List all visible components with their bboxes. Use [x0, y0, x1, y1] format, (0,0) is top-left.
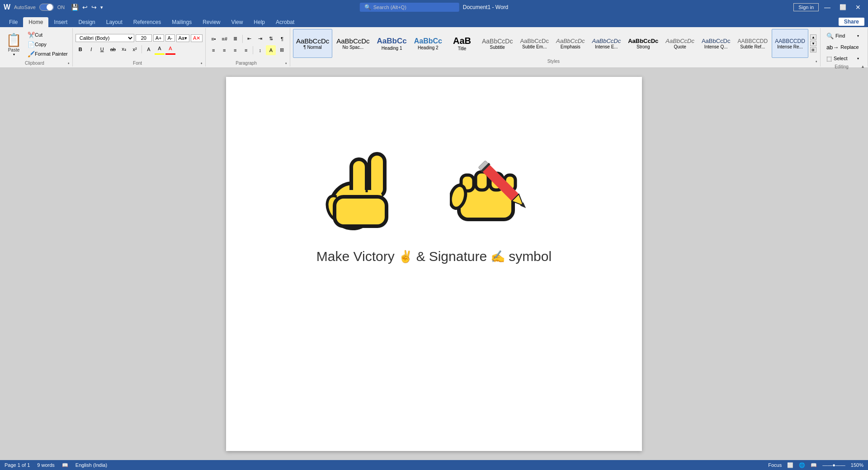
text-highlight-button[interactable]: A: [155, 43, 165, 53]
style-strong[interactable]: AaBbCcDc Strong: [625, 29, 661, 58]
close-icon[interactable]: ✕: [852, 4, 864, 11]
style-no-spacing[interactable]: AaBbCcDc No Spac...: [333, 29, 373, 58]
style-emphasis[interactable]: AaBbCcDc Emphasis: [553, 29, 588, 58]
web-layout-icon[interactable]: 🌐: [799, 462, 805, 468]
border-button[interactable]: ⊞: [277, 45, 287, 55]
style-intense-re[interactable]: AABBCCDD Intense Re...: [772, 29, 808, 58]
styles-scroll-up[interactable]: ▲: [810, 34, 816, 40]
font-size-input[interactable]: [136, 34, 152, 42]
format-painter-button[interactable]: 🖌️ Format Painter: [26, 49, 70, 58]
clipboard-label: Clipboard: [3, 60, 66, 66]
restore-icon[interactable]: ⬜: [836, 4, 850, 10]
paste-button[interactable]: 📋 Paste ▾: [3, 32, 25, 57]
copy-button[interactable]: 📄 Copy: [26, 40, 70, 49]
decrease-font-button[interactable]: A-: [165, 34, 175, 42]
tab-acrobat[interactable]: Acrobat: [270, 17, 300, 27]
search-input[interactable]: [373, 5, 455, 10]
style-intense-q[interactable]: AaBbCcDc Intense Q...: [698, 29, 734, 58]
customize-icon[interactable]: ▾: [100, 5, 103, 10]
decrease-indent-button[interactable]: ⇤: [245, 34, 255, 44]
save-icon[interactable]: 💾: [71, 4, 79, 11]
language[interactable]: English (India): [75, 462, 107, 468]
autosave-toggle[interactable]: [39, 4, 54, 11]
caption-victory-emoji-inline: ✌️: [398, 250, 413, 264]
tab-review[interactable]: Review: [197, 17, 226, 27]
align-left-button[interactable]: ≡: [208, 45, 218, 55]
clipboard-expand-icon[interactable]: ⬧: [67, 61, 70, 65]
style-subtitle[interactable]: AaBbCcDc Subtitle: [479, 29, 516, 58]
select-button[interactable]: ⬚ Select ▾: [823, 53, 862, 63]
superscript-button[interactable]: x²: [130, 44, 140, 54]
increase-indent-button[interactable]: ⇥: [255, 34, 265, 44]
style-heading1[interactable]: AaBbCc Heading 1: [374, 29, 410, 58]
style-title[interactable]: AaB Title: [446, 29, 478, 58]
styles-expand[interactable]: ⊞: [810, 47, 816, 52]
replace-icon: ab→: [826, 44, 839, 51]
change-case-button[interactable]: Aa▾: [176, 34, 189, 42]
tab-design[interactable]: Design: [73, 17, 100, 27]
subscript-button[interactable]: x₂: [119, 44, 129, 54]
clear-formatting-button[interactable]: A✕: [191, 34, 203, 42]
font-color-button[interactable]: A: [165, 43, 175, 53]
sort-button[interactable]: ⇅: [266, 34, 276, 44]
document-area: Make Victory ✌️ & Signature ✍️ symbol: [0, 68, 868, 460]
tab-file[interactable]: File: [4, 17, 23, 27]
show-marks-button[interactable]: ¶: [277, 34, 287, 44]
read-mode-icon[interactable]: 📖: [811, 462, 817, 468]
styles-scroll-down[interactable]: ▼: [810, 41, 816, 46]
zoom-slider[interactable]: ——●——: [822, 462, 845, 468]
align-right-button[interactable]: ≡: [230, 45, 240, 55]
increase-font-button[interactable]: A+: [153, 34, 164, 42]
style-normal[interactable]: AaBbCcDc ¶ Normal: [293, 29, 332, 58]
style-heading2[interactable]: AaBbCc Heading 2: [411, 29, 445, 58]
justify-button[interactable]: ≡: [241, 45, 251, 55]
tab-mailings[interactable]: Mailings: [166, 17, 197, 27]
ribbon-tabs: File Home Insert Design Layout Reference…: [0, 14, 868, 27]
tab-references[interactable]: References: [128, 17, 166, 27]
strikethrough-button[interactable]: ab: [108, 44, 118, 54]
numbering-button[interactable]: ≡#: [219, 34, 230, 44]
style-intense-e[interactable]: AaBbCcDc Intense E...: [589, 29, 624, 58]
signin-button[interactable]: Sign in: [793, 3, 819, 11]
tab-layout[interactable]: Layout: [101, 17, 128, 27]
font-expand-icon[interactable]: ⬧: [200, 61, 203, 65]
find-button[interactable]: 🔍 Find ▾: [823, 31, 862, 41]
cut-button[interactable]: ✂️ Cut: [26, 30, 70, 39]
tab-insert[interactable]: Insert: [48, 17, 73, 27]
paragraph-expand-icon[interactable]: ⬧: [285, 61, 287, 65]
font-name-select[interactable]: Calibri (Body): [75, 34, 134, 42]
multilevel-list-button[interactable]: ≣: [231, 34, 241, 44]
underline-button[interactable]: U: [97, 44, 107, 54]
replace-button[interactable]: ab→ Replace: [823, 42, 862, 52]
proofing-icon[interactable]: 📖: [62, 462, 68, 468]
style-subtle-em[interactable]: AaBbCcDc Subtle Em...: [517, 29, 552, 58]
focus-button[interactable]: Focus: [768, 462, 782, 468]
styles-expand-icon[interactable]: ⬧: [815, 59, 817, 63]
status-right: Focus ⬜ 🌐 📖 ——●—— 150%: [768, 462, 863, 468]
styles-scroll[interactable]: ▲ ▼ ⊞: [809, 33, 817, 53]
line-spacing-button[interactable]: ↕: [255, 45, 265, 55]
copy-label: Copy: [35, 42, 47, 47]
style-subtle-ref[interactable]: AABBCCDD Subtle Ref...: [735, 29, 771, 58]
style-quote[interactable]: AaBbCcDc Quote: [662, 29, 698, 58]
shading-button[interactable]: A: [266, 45, 276, 55]
highlight-color-bar: [155, 53, 165, 55]
align-center-button[interactable]: ≡: [219, 45, 229, 55]
styles-label: Styles: [293, 58, 814, 64]
document-page[interactable]: Make Victory ✌️ & Signature ✍️ symbol: [226, 77, 642, 451]
redo-icon[interactable]: ↪: [91, 4, 97, 11]
tab-help[interactable]: Help: [248, 17, 270, 27]
paragraph-group: ≡• ≡# ≣ ⇤ ⇥ ⇅ ¶ ≡ ≡ ≡ ≡ ↕ A ⊞ Paragraph: [206, 28, 290, 66]
zoom-level[interactable]: 150%: [851, 462, 863, 468]
tab-home[interactable]: Home: [23, 17, 48, 27]
print-layout-icon[interactable]: ⬜: [787, 462, 793, 468]
share-button[interactable]: Share: [839, 18, 864, 26]
text-effects-button[interactable]: A: [144, 44, 154, 54]
italic-button[interactable]: I: [86, 44, 96, 54]
bullets-button[interactable]: ≡•: [208, 34, 218, 44]
undo-icon[interactable]: ↩: [82, 4, 88, 11]
minimize-icon[interactable]: —: [821, 4, 834, 11]
tab-view[interactable]: View: [226, 17, 249, 27]
search-bar[interactable]: 🔍: [360, 3, 459, 12]
bold-button[interactable]: B: [75, 44, 85, 54]
